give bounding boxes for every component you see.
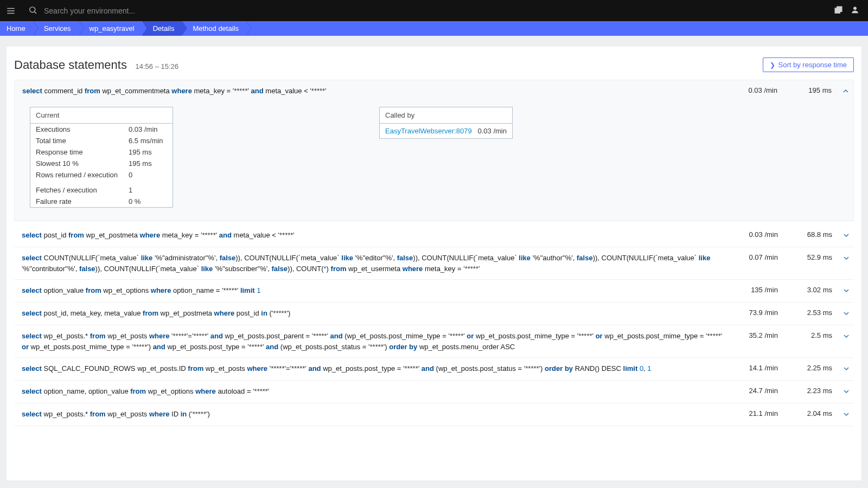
top-bar bbox=[0, 0, 868, 21]
svg-line-4 bbox=[35, 11, 36, 13]
sql-text: select option_value from wp_et_options w… bbox=[22, 285, 724, 296]
exec-rate: 35.2 /min bbox=[724, 331, 778, 339]
response-time: 2.5 ms bbox=[778, 331, 832, 339]
chevron-down-icon[interactable] bbox=[832, 285, 851, 297]
exec-rate: 135 /min bbox=[724, 285, 778, 294]
page-title: Database statements bbox=[14, 58, 127, 72]
sql-text: select post_id from wp_et_postmeta where… bbox=[22, 230, 724, 241]
sql-text: select wp_et_posts.* from wp_et_posts wh… bbox=[22, 409, 724, 420]
response-time: 68.8 ms bbox=[778, 230, 832, 239]
menu-icon[interactable] bbox=[4, 4, 17, 17]
chevron-right-icon: ❯ bbox=[770, 61, 775, 69]
exec-rate: 0.07 /min bbox=[724, 253, 778, 261]
windows-icon[interactable] bbox=[834, 5, 843, 16]
statement-row: select COUNT(NULLIF(`meta_value` like '%… bbox=[14, 247, 854, 280]
search-icon bbox=[28, 5, 37, 16]
breadcrumb: HomeServiceswp_easytravelDetailsMethod d… bbox=[0, 21, 868, 36]
caller-rate: 0.03 /min bbox=[478, 127, 507, 135]
statement-row: select SQL_CALC_FOUND_ROWS wp_et_posts.I… bbox=[14, 358, 854, 381]
sort-button-label: Sort by response time bbox=[778, 61, 847, 69]
chevron-down-icon[interactable] bbox=[832, 230, 851, 241]
called-by-box: Called byEasyTravelWebserver:80790.03 /m… bbox=[379, 107, 513, 139]
response-time: 2.23 ms bbox=[778, 386, 832, 395]
sql-text: select option_name, option_value from wp… bbox=[22, 386, 724, 397]
global-search bbox=[28, 5, 834, 16]
svg-rect-6 bbox=[837, 7, 842, 11]
exec-rate: 24.7 /min bbox=[724, 386, 778, 395]
box-title: Current bbox=[30, 107, 173, 124]
response-time: 195 ms bbox=[777, 86, 832, 94]
metric-row: Rows returned / execution0 bbox=[30, 169, 169, 181]
metric-row: Executions0.03 /min bbox=[30, 124, 169, 135]
exec-rate: 21.1 /min bbox=[724, 409, 778, 418]
breadcrumb-item[interactable]: Details bbox=[142, 21, 182, 36]
metric-row: Failure rate0 % bbox=[30, 196, 169, 207]
response-time: 52.9 ms bbox=[778, 253, 832, 261]
chevron-down-icon[interactable] bbox=[832, 409, 851, 420]
svg-point-3 bbox=[30, 7, 35, 12]
exec-rate: 0.03 /min bbox=[723, 86, 777, 94]
breadcrumb-item[interactable]: Services bbox=[33, 21, 79, 36]
chevron-down-icon[interactable] bbox=[832, 386, 851, 397]
search-input[interactable] bbox=[44, 7, 261, 15]
statement-row: select post_id, meta_key, meta_value fro… bbox=[14, 303, 854, 325]
response-time: 3.02 ms bbox=[778, 285, 832, 294]
time-range: 14:56 – 15:26 bbox=[136, 62, 179, 70]
svg-point-7 bbox=[853, 7, 856, 10]
response-time: 2.04 ms bbox=[778, 409, 832, 418]
statement-row: select comment_id from wp_et_commentmeta… bbox=[14, 80, 854, 221]
exec-rate: 0.03 /min bbox=[724, 230, 778, 239]
sql-text: select SQL_CALC_FOUND_ROWS wp_et_posts.I… bbox=[22, 363, 724, 374]
exec-rate: 14.1 /min bbox=[724, 363, 778, 372]
sql-text: select COUNT(NULLIF(`meta_value` like '%… bbox=[22, 253, 724, 274]
chevron-up-icon[interactable] bbox=[832, 86, 850, 97]
chevron-down-icon[interactable] bbox=[832, 331, 851, 342]
sql-text: select comment_id from wp_et_commentmeta… bbox=[22, 86, 723, 97]
sql-text: select post_id, meta_key, meta_value fro… bbox=[22, 308, 724, 319]
exec-rate: 73.9 /min bbox=[724, 308, 778, 317]
current-metrics-box: CurrentExecutions0.03 /minTotal time6.5 … bbox=[30, 107, 173, 208]
statement-row: select option_value from wp_et_options w… bbox=[14, 280, 854, 303]
statement-row: select wp_et_posts.* from wp_et_posts wh… bbox=[14, 403, 854, 426]
breadcrumb-item[interactable]: Method details bbox=[182, 21, 246, 36]
box-title: Called by bbox=[380, 107, 512, 124]
response-time: 2.53 ms bbox=[778, 308, 832, 317]
statement-details: CurrentExecutions0.03 /minTotal time6.5 … bbox=[15, 97, 853, 221]
metric-row: Response time195 ms bbox=[30, 146, 169, 158]
caller-link[interactable]: EasyTravelWebserver:8079 bbox=[385, 127, 472, 135]
main-panel: Database statements 14:56 – 15:26 ❯ Sort… bbox=[7, 47, 861, 480]
statement-row: select post_id from wp_et_postmeta where… bbox=[14, 224, 854, 247]
chevron-down-icon[interactable] bbox=[832, 363, 851, 375]
metric-row: Fetches / execution1 bbox=[30, 181, 169, 196]
breadcrumb-item[interactable]: Home bbox=[0, 21, 33, 36]
metric-row: Slowest 10 %195 ms bbox=[30, 158, 169, 169]
sort-button[interactable]: ❯ Sort by response time bbox=[763, 57, 854, 72]
chevron-down-icon[interactable] bbox=[832, 308, 851, 319]
breadcrumb-item[interactable]: wp_easytravel bbox=[79, 21, 142, 36]
statement-row: select option_name, option_value from wp… bbox=[14, 381, 854, 403]
chevron-down-icon[interactable] bbox=[832, 253, 851, 264]
response-time: 2.25 ms bbox=[778, 363, 832, 372]
statement-row: select wp_et_posts.* from wp_et_posts wh… bbox=[14, 325, 854, 358]
metric-row: Total time6.5 ms/min bbox=[30, 135, 169, 146]
user-icon[interactable] bbox=[851, 5, 859, 16]
sql-text: select wp_et_posts.* from wp_et_posts wh… bbox=[22, 331, 724, 352]
